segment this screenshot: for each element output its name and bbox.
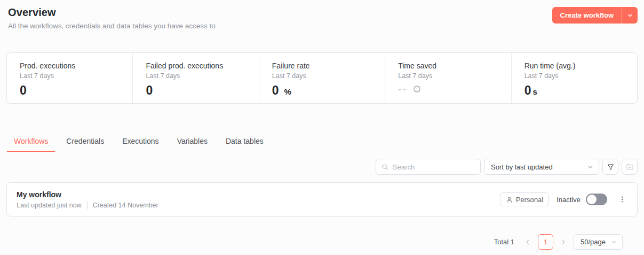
create-workflow-button[interactable]: Create workflow: [552, 7, 622, 24]
chevron-right-icon: [560, 238, 567, 246]
sort-selected-value: Sort by last updated: [491, 163, 553, 171]
workflow-menu-button[interactable]: [616, 193, 629, 206]
workflow-created: Created 14 November: [93, 202, 158, 209]
chevron-down-icon: [587, 164, 594, 171]
tab-workflows[interactable]: Workflows: [7, 134, 55, 152]
pagination: Total 1 1 50/page: [6, 234, 638, 250]
search-box: [376, 159, 481, 175]
chevron-down-icon: [627, 12, 633, 19]
person-icon: [506, 196, 513, 203]
page-title: Overview: [8, 6, 216, 19]
meta-divider: [87, 202, 88, 209]
search-input[interactable]: [393, 163, 475, 171]
workflow-name: My workflow: [17, 190, 158, 199]
stat-label: Time saved: [398, 61, 498, 70]
filter-funnel-icon: [607, 163, 615, 171]
list-toolbar: Sort by last updated: [6, 159, 638, 175]
tab-bar: Workflows Credentials Executions Variabl…: [6, 134, 638, 152]
workflow-status-label: Inactive: [556, 196, 581, 204]
new-folder-icon: [626, 163, 634, 171]
stat-value: 0: [146, 84, 153, 97]
toggle-knob: [587, 195, 597, 204]
tab-credentials[interactable]: Credentials: [59, 134, 111, 152]
filter-button[interactable]: [602, 159, 618, 175]
page-number-button[interactable]: 1: [538, 234, 553, 250]
search-icon: [381, 164, 388, 171]
stat-label: Failed prod. executions: [146, 61, 245, 70]
stat-unit: s: [532, 87, 537, 97]
stat-time-saved: Time saved Last 7 days --: [385, 53, 511, 103]
stat-label: Prod. executions: [20, 61, 120, 70]
tab-executions[interactable]: Executions: [115, 134, 165, 152]
sort-select[interactable]: Sort by last updated: [484, 159, 599, 175]
stat-label: Failure rate: [272, 61, 372, 70]
kebab-menu-icon: [618, 195, 626, 204]
page-size-select[interactable]: 50/page: [574, 234, 623, 250]
workflow-row-info: My workflow Last updated just now Create…: [17, 190, 158, 209]
info-icon[interactable]: [413, 85, 421, 93]
stats-bar: Prod. executions Last 7 days 0 Failed pr…: [6, 52, 638, 104]
stat-period: Last 7 days: [524, 72, 624, 80]
page-size-value: 50/page: [581, 238, 610, 246]
create-workflow-dropdown-button[interactable]: [622, 7, 638, 24]
workflow-last-updated: Last updated just now: [17, 202, 82, 209]
new-folder-button[interactable]: [622, 159, 638, 175]
next-page-button[interactable]: [559, 237, 568, 247]
stat-run-time-avg: Run time (avg.) Last 7 days 0s: [512, 53, 637, 103]
page-header: Overview All the workflows, credentials …: [6, 6, 638, 30]
stat-period: Last 7 days: [20, 72, 120, 80]
overview-page: Overview All the workflows, credentials …: [0, 0, 644, 250]
create-workflow-split-button: Create workflow: [552, 7, 638, 24]
stat-period: Last 7 days: [272, 72, 372, 80]
pagination-total: Total 1: [494, 238, 514, 246]
workflow-row-actions: Personal Inactive: [500, 192, 629, 206]
chevron-down-icon: [611, 239, 617, 245]
previous-page-button[interactable]: [523, 237, 532, 247]
page-header-titles: Overview All the workflows, credentials …: [8, 6, 216, 30]
stat-failure-rate: Failure rate Last 7 days 0%: [259, 53, 385, 103]
stat-prod-executions: Prod. executions Last 7 days 0: [7, 53, 133, 103]
stat-value: 0: [20, 84, 27, 97]
stat-failed-prod-executions: Failed prod. executions Last 7 days 0: [133, 53, 259, 103]
stat-period: Last 7 days: [146, 72, 245, 80]
stat-value: 0: [524, 84, 531, 97]
stat-value: 0: [272, 84, 279, 97]
tab-data-tables[interactable]: Data tables: [219, 134, 271, 152]
owner-badge: Personal: [500, 192, 549, 206]
stat-period: Last 7 days: [398, 72, 498, 80]
owner-badge-label: Personal: [516, 196, 543, 204]
tab-variables[interactable]: Variables: [170, 134, 214, 152]
page-subtitle: All the workflows, credentials and data …: [8, 22, 216, 30]
chevron-left-icon: [524, 238, 531, 246]
stat-value: --: [398, 84, 407, 94]
workflow-row[interactable]: My workflow Last updated just now Create…: [6, 182, 638, 217]
stat-label: Run time (avg.): [524, 61, 624, 70]
stat-unit: %: [284, 87, 291, 97]
workflow-active-toggle[interactable]: [586, 194, 607, 205]
workflow-meta: Last updated just now Created 14 Novembe…: [17, 202, 158, 209]
